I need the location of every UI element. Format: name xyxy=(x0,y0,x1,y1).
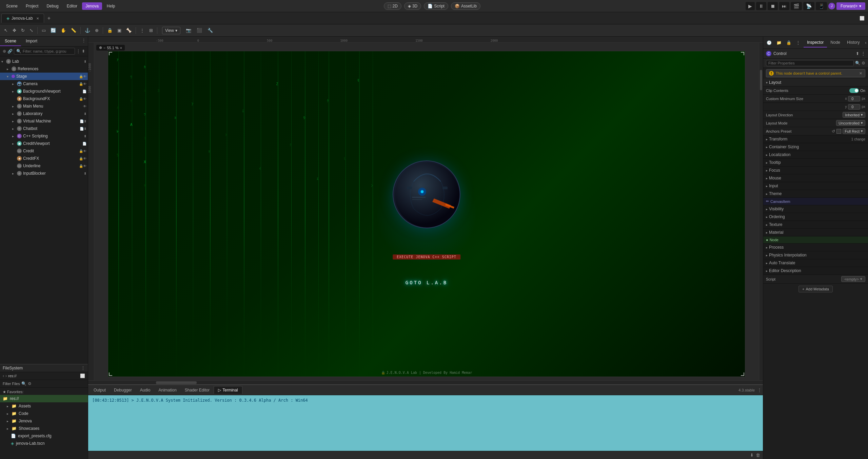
fs-folder-toggle-btn[interactable]: ⬜ xyxy=(80,374,85,378)
fs-forward-btn[interactable]: › xyxy=(5,374,7,378)
layout-direction-dropdown[interactable]: Inherited ▾ xyxy=(843,112,865,118)
insp-icon-more[interactable]: ⋮ xyxy=(794,39,802,46)
anchor-tool[interactable]: ⚓ xyxy=(83,26,92,34)
ordering-section[interactable]: ▸ Ordering xyxy=(763,213,868,221)
tab-animation[interactable]: Animation xyxy=(154,386,180,394)
tree-node-main-menu[interactable]: ▸ ○ Main Menu 👁 xyxy=(0,102,88,110)
scale-tool[interactable]: ⤡ xyxy=(27,26,35,34)
corner-br[interactable] xyxy=(741,372,744,376)
script-btn[interactable]: 📄 Script xyxy=(424,2,448,10)
tab-scene[interactable]: Scene xyxy=(0,37,21,46)
play-button[interactable]: ▶ xyxy=(746,2,755,10)
forward-plus-btn[interactable]: Forward+ ▾ xyxy=(836,2,865,10)
move-tool[interactable]: ✥ xyxy=(11,26,18,34)
tree-node-lab[interactable]: ▾ ○ Lab ⬍ xyxy=(0,58,88,65)
script-dropdown[interactable]: <empty> ▾ xyxy=(841,276,865,282)
theme-section[interactable]: ▸ Theme xyxy=(763,190,868,198)
tree-node-stage[interactable]: ▾ Stage 🔒 👁 xyxy=(0,73,88,80)
pan-tool[interactable]: ✋ xyxy=(59,26,68,34)
terminal-clear-btn[interactable]: 🗑 xyxy=(756,453,760,458)
camera-icon[interactable]: 📷 xyxy=(184,26,193,34)
stop-button[interactable]: ⏹ xyxy=(768,2,778,10)
insp-expand-btn[interactable]: ⬆ xyxy=(856,51,859,56)
scene-options-icon[interactable]: ⋮ xyxy=(76,49,80,54)
mouse-section[interactable]: ▸ Mouse xyxy=(763,174,868,182)
tree-node-laboratory[interactable]: ▸ ○ Laboratory ⬍ xyxy=(0,110,88,117)
fs-item-showcases[interactable]: ▸ 📁 Showcases xyxy=(0,425,88,432)
collapse-all-btn[interactable]: ⬍ xyxy=(82,49,85,54)
tab-audio[interactable]: Audio xyxy=(136,386,155,394)
input-section[interactable]: ▸ Input xyxy=(763,182,868,190)
menu-debug[interactable]: Debug xyxy=(43,2,62,10)
anchors-preset-dropdown[interactable]: Full Rect ▾ xyxy=(843,128,865,134)
new-node-btn[interactable]: ⊕ xyxy=(3,49,6,54)
process-section[interactable]: ▸ Process xyxy=(763,244,868,251)
texture-section[interactable]: ▸ Texture xyxy=(763,221,868,229)
tab-history[interactable]: History xyxy=(844,38,863,47)
tree-node-credit-viewport[interactable]: ▸ ▣ CreditViewport 📄 xyxy=(0,140,88,147)
tab-jenova-lab[interactable]: ◈ Jenova-Lab ✕ xyxy=(1,14,44,23)
fs-search-icon[interactable]: 🔍 xyxy=(21,381,26,386)
scrollbar-thumb-h[interactable] xyxy=(156,381,197,384)
tab-import[interactable]: Import xyxy=(21,37,42,46)
fs-item-export-presets[interactable]: 📄 export_presets.cfg xyxy=(0,432,88,440)
fs-back-btn[interactable]: ‹ xyxy=(3,374,4,378)
tree-node-chatbot[interactable]: ▸ ○ Chatbot 📄 ⬍ xyxy=(0,125,88,132)
viewport-canvas[interactable]: ⊕ − 55.1 % + xyxy=(94,43,759,380)
view-btn[interactable]: View ▾ xyxy=(162,27,180,34)
tree-node-bgfx[interactable]: ▸ ◈ BackgroundFX 🔒 👁 xyxy=(0,95,88,102)
layout-section-header[interactable]: ▾ Layout xyxy=(763,79,868,87)
mode-2d-btn[interactable]: ⬚ 2D xyxy=(384,2,401,10)
tooltip-section[interactable]: ▸ Tooltip xyxy=(763,159,868,167)
min-size-y-input[interactable] xyxy=(848,104,860,110)
tree-node-input-blocker[interactable]: ▸ ○ InputBlocker ⬍ xyxy=(0,170,88,177)
zoom-in-icon[interactable]: + xyxy=(120,46,122,50)
fs-options-btn[interactable]: ⋮ xyxy=(81,366,85,370)
movie-button[interactable]: 🎬 xyxy=(791,2,802,10)
auto-translate-section[interactable]: ▸ Auto Translate xyxy=(763,259,868,267)
device-button[interactable]: 📱 xyxy=(816,2,827,10)
zoom-out-icon[interactable]: − xyxy=(103,46,105,50)
grid-snap-btn[interactable]: ⊞ xyxy=(147,26,155,34)
display-mode-btn[interactable]: ⬛ xyxy=(195,26,204,34)
scene-filter-input[interactable] xyxy=(23,49,73,53)
mode-3d-btn[interactable]: ◈ 3D xyxy=(404,2,421,10)
transform-section[interactable]: ▸ Transform 1 change xyxy=(763,135,868,143)
menu-project[interactable]: Project xyxy=(22,2,42,10)
smart-snap-btn[interactable]: ⋮ xyxy=(138,26,146,34)
maximize-scene-btn[interactable]: ⬜ xyxy=(857,15,867,22)
viewport-scrollbar-v[interactable] xyxy=(759,43,763,380)
tab-node[interactable]: Node xyxy=(827,38,844,47)
clip-contents-toggle[interactable]: On xyxy=(849,88,865,93)
menu-help[interactable]: Help xyxy=(103,2,119,10)
focus-section[interactable]: ▸ Focus xyxy=(763,167,868,174)
inst-node-btn[interactable]: 🔗 xyxy=(7,49,13,54)
add-metadata-btn[interactable]: + Add Metadata xyxy=(798,286,833,292)
group-tool[interactable]: ▣ xyxy=(115,26,123,34)
tab-close-icon[interactable]: ✕ xyxy=(36,17,39,20)
step-button[interactable]: ⏭ xyxy=(779,2,789,10)
tab-output[interactable]: Output xyxy=(90,386,110,394)
insp-back-btn[interactable]: ‹ xyxy=(863,39,868,46)
layout-mode-dropdown[interactable]: Uncontrolled ▾ xyxy=(836,120,865,126)
insp-more-btn[interactable]: ⋮ xyxy=(861,51,865,56)
tree-node-camera[interactable]: ▸ 📷 Camera 🔒 👁 xyxy=(0,80,88,88)
lock-tool[interactable]: 🔒 xyxy=(105,26,115,34)
warning-close-btn[interactable]: ✕ xyxy=(859,71,862,76)
viewport-scrollbar-h[interactable] xyxy=(88,380,763,384)
tab-debugger[interactable]: Debugger xyxy=(110,386,136,394)
min-size-x-input[interactable] xyxy=(848,96,860,101)
localization-section[interactable]: ▸ Localization xyxy=(763,151,868,159)
physics-interpolation-section[interactable]: ▸ Physics Interpolation xyxy=(763,251,868,259)
tree-node-underline[interactable]: ▸ — Underline 🔒 👁 xyxy=(0,162,88,170)
debug-btn[interactable]: 🔧 xyxy=(205,26,215,34)
select-tool[interactable]: ↖ xyxy=(2,26,10,34)
insp-icon-lock[interactable]: 🔒 xyxy=(784,39,793,46)
rect-tool[interactable]: ▭ xyxy=(40,26,48,34)
filter-properties-input[interactable] xyxy=(766,60,854,66)
terminal-down-btn[interactable]: ⬇ xyxy=(750,453,754,458)
filter-search-icon[interactable]: 🔍 xyxy=(855,61,860,65)
tree-node-references[interactable]: ▸ ○ References xyxy=(0,65,88,73)
tab-inspector[interactable]: Inspector xyxy=(804,38,827,47)
skeleton-tool[interactable]: 🦴 xyxy=(124,26,134,34)
